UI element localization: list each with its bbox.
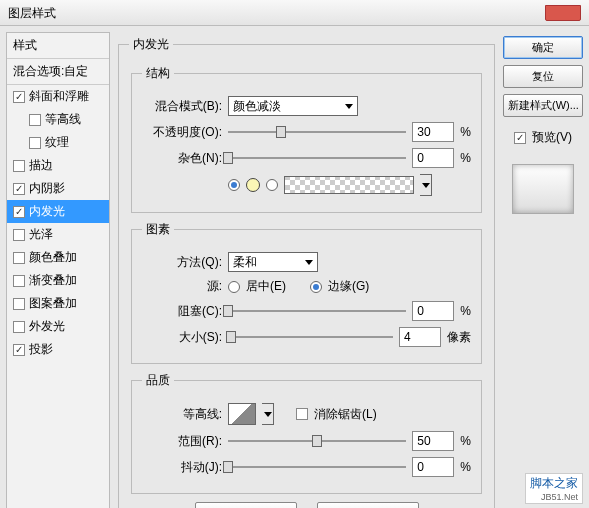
blend-mode-label: 混合模式(B):	[142, 98, 222, 115]
sidebar-checkbox[interactable]	[13, 160, 25, 172]
group-quality: 品质 等高线: 消除锯齿(L) 范围(R): 50 % 抖动(J):	[131, 372, 482, 494]
choke-slider[interactable]	[228, 303, 406, 319]
size-input[interactable]: 4	[399, 327, 441, 347]
blend-mode-value: 颜色减淡	[233, 98, 281, 115]
make-default-button[interactable]: 设置为默认值	[195, 502, 297, 508]
sidebar-header: 样式	[7, 33, 109, 59]
noise-input[interactable]: 0	[412, 148, 454, 168]
choke-unit: %	[460, 304, 471, 318]
sidebar-item-label: 颜色叠加	[29, 249, 77, 266]
noise-label: 杂色(N):	[142, 150, 222, 167]
watermark: 脚本之家 JB51.Net	[525, 473, 583, 504]
contour-label: 等高线:	[142, 406, 222, 423]
legend-elements: 图素	[142, 221, 174, 238]
source-center-label: 居中(E)	[246, 278, 286, 295]
sidebar-item-7[interactable]: 颜色叠加	[7, 246, 109, 269]
opacity-unit: %	[460, 125, 471, 139]
window-title: 图层样式	[8, 5, 56, 20]
panel-inner-glow: 内发光 结构 混合模式(B): 颜色减淡 不透明度(O): 30 %	[118, 36, 495, 508]
chevron-down-icon	[345, 104, 353, 109]
sidebar-checkbox[interactable]	[29, 137, 41, 149]
group-elements: 图素 方法(Q): 柔和 源: 居中(E) 边缘(G)	[131, 221, 482, 364]
sidebar-item-label: 外发光	[29, 318, 65, 335]
chevron-down-icon	[264, 412, 272, 417]
sidebar-checkbox[interactable]	[13, 275, 25, 287]
watermark-line2: JB51.Net	[530, 492, 578, 502]
sidebar-item-5[interactable]: 内发光	[7, 200, 109, 223]
sidebar-checkbox[interactable]	[13, 321, 25, 333]
sidebar-item-6[interactable]: 光泽	[7, 223, 109, 246]
sidebar-item-0[interactable]: 斜面和浮雕	[7, 85, 109, 108]
size-label: 大小(S):	[142, 329, 222, 346]
sidebar-item-10[interactable]: 外发光	[7, 315, 109, 338]
sidebar-item-label: 斜面和浮雕	[29, 88, 89, 105]
color-solid-radio[interactable]	[228, 179, 240, 191]
jitter-slider[interactable]	[228, 459, 406, 475]
preview-swatch	[512, 164, 574, 214]
sidebar-item-8[interactable]: 渐变叠加	[7, 269, 109, 292]
method-select[interactable]: 柔和	[228, 252, 318, 272]
group-structure: 结构 混合模式(B): 颜色减淡 不透明度(O): 30 % 杂色(N):	[131, 65, 482, 213]
jitter-input[interactable]: 0	[412, 457, 454, 477]
color-picker[interactable]	[246, 178, 260, 192]
sidebar-item-label: 光泽	[29, 226, 53, 243]
opacity-slider[interactable]	[228, 124, 406, 140]
sidebar-item-4[interactable]: 内阴影	[7, 177, 109, 200]
gradient-dropdown[interactable]	[420, 174, 432, 196]
source-center-radio[interactable]	[228, 281, 240, 293]
contour-picker[interactable]	[228, 403, 256, 425]
range-input[interactable]: 50	[412, 431, 454, 451]
range-unit: %	[460, 434, 471, 448]
sidebar-checkbox[interactable]	[13, 183, 25, 195]
close-icon[interactable]	[545, 5, 581, 21]
contour-dropdown[interactable]	[262, 403, 274, 425]
sidebar-checkbox[interactable]	[13, 344, 25, 356]
chevron-down-icon	[305, 260, 313, 265]
antialias-checkbox[interactable]	[296, 408, 308, 420]
gradient-picker[interactable]	[284, 176, 414, 194]
panel-title: 内发光	[129, 36, 173, 53]
sidebar-checkbox[interactable]	[13, 298, 25, 310]
sidebar-item-9[interactable]: 图案叠加	[7, 292, 109, 315]
sidebar-item-label: 渐变叠加	[29, 272, 77, 289]
preview-label: 预览(V)	[532, 129, 572, 146]
sidebar-checkbox[interactable]	[13, 91, 25, 103]
sidebar-item-label: 内阴影	[29, 180, 65, 197]
color-gradient-radio[interactable]	[266, 179, 278, 191]
range-label: 范围(R):	[142, 433, 222, 450]
sidebar-item-1[interactable]: 等高线	[7, 108, 109, 131]
sidebar-item-label: 描边	[29, 157, 53, 174]
sidebar-item-3[interactable]: 描边	[7, 154, 109, 177]
sidebar-item-2[interactable]: 纹理	[7, 131, 109, 154]
ok-button[interactable]: 确定	[503, 36, 583, 59]
sidebar-item-11[interactable]: 投影	[7, 338, 109, 361]
sidebar-checkbox[interactable]	[13, 229, 25, 241]
sidebar-checkbox[interactable]	[13, 206, 25, 218]
sidebar-subheader[interactable]: 混合选项:自定	[7, 59, 109, 85]
range-slider[interactable]	[228, 433, 406, 449]
size-unit: 像素	[447, 329, 471, 346]
cancel-button[interactable]: 复位	[503, 65, 583, 88]
preview-checkbox[interactable]	[514, 132, 526, 144]
chevron-down-icon	[422, 183, 430, 188]
noise-slider[interactable]	[228, 150, 406, 166]
sidebar-item-label: 内发光	[29, 203, 65, 220]
new-style-button[interactable]: 新建样式(W)...	[503, 94, 583, 117]
sidebar-checkbox[interactable]	[13, 252, 25, 264]
opacity-input[interactable]: 30	[412, 122, 454, 142]
sidebar-item-label: 图案叠加	[29, 295, 77, 312]
choke-label: 阻塞(C):	[142, 303, 222, 320]
legend-structure: 结构	[142, 65, 174, 82]
source-edge-label: 边缘(G)	[328, 278, 369, 295]
opacity-label: 不透明度(O):	[142, 124, 222, 141]
choke-input[interactable]: 0	[412, 301, 454, 321]
size-slider[interactable]	[228, 329, 393, 345]
blend-mode-select[interactable]: 颜色减淡	[228, 96, 358, 116]
jitter-label: 抖动(J):	[142, 459, 222, 476]
source-label: 源:	[142, 278, 222, 295]
sidebar-checkbox[interactable]	[29, 114, 41, 126]
source-edge-radio[interactable]	[310, 281, 322, 293]
legend-quality: 品质	[142, 372, 174, 389]
method-label: 方法(Q):	[142, 254, 222, 271]
reset-default-button[interactable]: 复位为默认值	[317, 502, 419, 508]
